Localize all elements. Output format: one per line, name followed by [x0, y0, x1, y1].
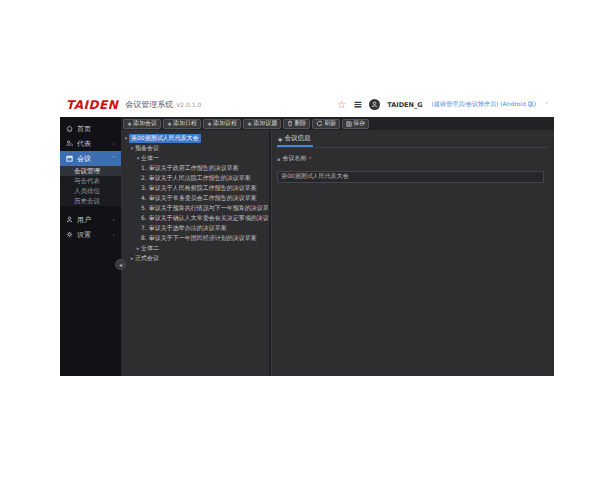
sidebar-item-label: 设置	[77, 230, 91, 240]
add-topic-button[interactable]: + 添加议题	[243, 119, 281, 129]
info-dot-icon: ◉	[278, 136, 282, 142]
tree-node-formal-meeting[interactable]: ▸ 正式会议	[123, 253, 267, 263]
people-icon	[66, 140, 73, 147]
sidebar-item-settings[interactable]: 设置 ›	[60, 227, 121, 242]
plus-icon: +	[127, 120, 132, 127]
tab-label: 会议信息	[284, 134, 310, 143]
sidebar-item-users[interactable]: 用户 ›	[60, 212, 121, 227]
app-window: TAIDEN 会议管理系统 V2.0.1.0 ☆ ≡ TAIDEN_G (超级管…	[60, 92, 554, 376]
sidebar-item-delegates[interactable]: 代表 ›	[60, 136, 121, 151]
tab-meeting-info[interactable]: ◉ 会议信息	[277, 133, 313, 147]
user-menu-chevron-icon[interactable]: ˅	[545, 101, 548, 108]
sidebar-item-label: 首页	[77, 124, 91, 134]
chevron-right-icon: ›	[113, 231, 115, 238]
tree-item[interactable]: 1. 审议关于政府工作报告的决议草案	[123, 163, 267, 173]
tree-node-label: 正式会议	[135, 254, 159, 263]
sidebar-item-label: 代表	[77, 139, 91, 149]
button-label: 添加议程	[213, 119, 237, 128]
tree-root[interactable]: ▾ 第00届测试人民代表大会	[123, 133, 267, 143]
plus-icon: +	[167, 120, 172, 127]
tree-item[interactable]: 8. 审议关于下一年国民经济计划的决议草案	[123, 233, 267, 243]
submenu-item-seating[interactable]: 人员排位	[60, 186, 121, 196]
button-label: 保存	[353, 119, 365, 128]
delete-button[interactable]: 删除	[283, 119, 310, 129]
user-name[interactable]: TAIDEN_G	[387, 101, 422, 109]
meeting-detail-panel: ◉ 会议信息 ▪ 会议名称 *	[271, 130, 554, 376]
meeting-name-input[interactable]	[277, 171, 544, 183]
chevron-down-icon: ˇ	[112, 155, 115, 162]
sidebar-collapse-button[interactable]: ◂	[115, 259, 126, 270]
tree-root-label[interactable]: 第00届测试人民代表大会	[129, 134, 201, 143]
tree-node-preparatory-meeting[interactable]: ▾ 预备会议	[123, 143, 267, 153]
calendar-icon	[66, 155, 73, 162]
tree-node-label: 全体二	[141, 244, 159, 253]
detail-tabs: ◉ 会议信息	[277, 133, 549, 148]
chevron-right-icon: ›	[113, 140, 115, 147]
sidebar-item-label: 用户	[77, 215, 91, 225]
tree-item[interactable]: 4. 审议关于常务委员会工作报告的决议草案	[123, 193, 267, 203]
tree-item[interactable]: 5. 审议关于预算执行情况与下一年预算的决议草案	[123, 203, 267, 213]
app-title: 会议管理系统	[125, 99, 173, 110]
sidebar-item-home[interactable]: 首页	[60, 121, 121, 136]
meetings-submenu: 会议管理 与会代表 人员排位 历史会议	[60, 166, 121, 206]
button-label: 刷新	[324, 119, 336, 128]
tree-item[interactable]: 3. 审议关于人民检察院工作报告的决议草案	[123, 183, 267, 193]
tree-item[interactable]: 6. 审议关于确认人大常委会有关决定事项的决议草案	[123, 213, 267, 223]
trash-icon	[287, 120, 293, 127]
sidebar-item-label: 会议	[77, 154, 91, 164]
button-label: 添加日程	[173, 119, 197, 128]
sidebar: 首页 代表 › 会议 ˇ 会议管理 与会代表 人员排位 历史会议 用户	[60, 117, 121, 376]
tree-item[interactable]: 7. 审议关于选举办法的决议草案	[123, 223, 267, 233]
tree-item[interactable]: 2. 审议关于人民法院工作报告的决议草案	[123, 173, 267, 183]
user-avatar[interactable]	[369, 99, 380, 110]
person-icon	[371, 101, 378, 108]
tree-node-plenary-2[interactable]: ▸ 全体二	[123, 243, 267, 253]
plus-icon: +	[247, 120, 252, 127]
home-icon	[66, 125, 73, 132]
user-icon	[66, 216, 73, 223]
button-label: 添加议题	[253, 119, 277, 128]
header: TAIDEN 会议管理系统 V2.0.1.0 ☆ ≡ TAIDEN_G (超级管…	[60, 92, 554, 117]
add-schedule-button[interactable]: + 添加日程	[163, 119, 201, 129]
meeting-name-label: 会议名称	[282, 154, 306, 163]
add-agenda-button[interactable]: + 添加议程	[203, 119, 241, 129]
submenu-item-attending-delegates[interactable]: 与会代表	[60, 176, 121, 186]
menu-hamburger-icon[interactable]: ≡	[353, 100, 362, 110]
refresh-icon	[316, 120, 323, 127]
toolbar: + 添加会议 + 添加日程 + 添加议程 + 添加议题 删除	[121, 117, 554, 130]
bullet-icon: ▪	[277, 156, 280, 162]
button-label: 删除	[294, 119, 306, 128]
save-button[interactable]: 保存	[342, 119, 369, 129]
gear-icon	[66, 231, 73, 238]
required-mark: *	[308, 155, 311, 162]
favorite-star-icon[interactable]: ☆	[337, 100, 346, 110]
chevron-right-icon: ›	[113, 216, 115, 223]
sidebar-item-meetings[interactable]: 会议 ˇ	[60, 151, 121, 166]
refresh-button[interactable]: 刷新	[312, 119, 340, 129]
save-icon	[346, 121, 352, 127]
add-meeting-button[interactable]: + 添加会议	[123, 119, 161, 129]
version-label: V2.0.1.0	[176, 101, 201, 108]
meeting-name-label-row: ▪ 会议名称 *	[277, 154, 549, 163]
main-area: + 添加会议 + 添加日程 + 添加议程 + 添加议题 删除	[121, 117, 554, 376]
taiden-logo: TAIDEN	[66, 98, 118, 112]
tree-node-plenary-1[interactable]: ▾ 全体一	[123, 153, 267, 163]
user-role: (超级管理员/会议操作员) (Android 版)	[432, 100, 536, 109]
tree-node-label: 全体一	[141, 154, 159, 163]
submenu-item-meeting-management[interactable]: 会议管理	[60, 166, 121, 176]
tree-node-label: 预备会议	[135, 144, 159, 153]
button-label: 添加会议	[133, 119, 157, 128]
submenu-item-history-meetings[interactable]: 历史会议	[60, 196, 121, 206]
plus-icon: +	[207, 120, 212, 127]
meeting-tree-panel: ▾ 第00届测试人民代表大会 ▾ 预备会议 ▾ 全体一 1. 审议关于政府工作报…	[121, 130, 271, 376]
